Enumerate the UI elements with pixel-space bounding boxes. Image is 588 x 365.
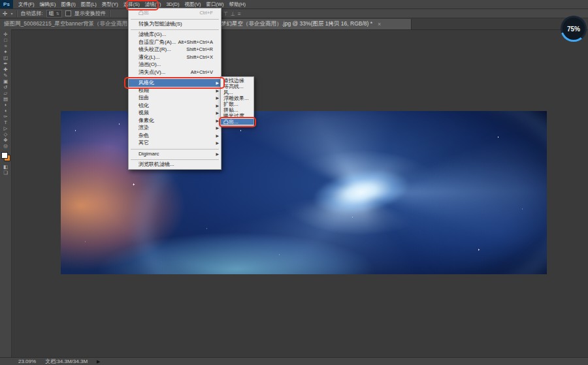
align-icons-group: ⊤ ⊥ ≡ — [223, 9, 241, 18]
filter-menu-item[interactable]: 浏览联机滤镜... ▶ — [129, 161, 221, 168]
filter-menu-item[interactable]: 滤镜库(G)... ▶ — [129, 31, 221, 39]
stylize-submenu-item[interactable]: 浮雕效果... — [221, 95, 253, 101]
shape-tool[interactable]: ◇ — [1, 131, 11, 137]
photoshop-logo-icon[interactable]: Ps — [0, 0, 13, 8]
menu-file[interactable]: 文件(F) — [16, 0, 37, 8]
filter-menu-item-label: 滤镜库(G)... — [139, 31, 166, 38]
filter-menu-item[interactable]: 视频 ▶ — [129, 109, 221, 117]
filter-menu-item-label: 自适应广角(A)... — [139, 39, 176, 46]
submenu-arrow-icon: ▶ — [216, 110, 219, 115]
quick-mask-icon[interactable]: ◧ — [1, 164, 11, 170]
status-menu-arrow-icon[interactable]: ▶ — [97, 359, 100, 364]
filter-menu-item[interactable]: 液化(L)... Shift+Ctrl+X ▶ — [129, 54, 221, 61]
menu-help[interactable]: 帮助(H) — [227, 0, 248, 8]
menu-image[interactable]: 图像(I) — [59, 0, 78, 8]
options-bar: ✛ ▾ 自动选择: 组 ⇅ 显示变换控件 ⊤ ⊥ ≡ — [0, 9, 588, 18]
filter-menu-item-label: 锐化 — [139, 102, 149, 109]
stylize-submenu-item[interactable]: 扩散... — [221, 101, 253, 107]
stylize-submenu-item[interactable]: 曝光过度 — [221, 113, 253, 119]
gradient-tool[interactable]: ▤ — [1, 96, 11, 102]
healing-brush-tool[interactable]: ✚ — [1, 67, 11, 72]
distribute-icon[interactable]: ≡ — [238, 11, 241, 17]
options-separator — [109, 10, 110, 17]
history-brush-tool[interactable]: ↺ — [1, 84, 11, 90]
stylize-submenu-item[interactable]: 风... — [221, 89, 253, 95]
filter-menu-item-label: 油画(O)... — [139, 61, 161, 68]
eraser-tool[interactable]: ▱ — [1, 90, 11, 96]
zoom-tool[interactable]: ◎ — [1, 143, 11, 149]
blur-tool[interactable]: ◗ — [1, 102, 11, 108]
filter-menu-item[interactable]: 像素化 ▶ — [129, 117, 221, 125]
eyedropper-tool[interactable]: ✒ — [1, 61, 11, 67]
auto-select-dropdown[interactable]: 组 ⇅ — [46, 10, 62, 18]
dodge-tool[interactable]: ◖ — [1, 108, 11, 114]
filter-menu-item-shortcut: Alt+Ctrl+V — [191, 69, 217, 75]
stylize-submenu-item[interactable]: 凸出... — [221, 119, 253, 125]
filter-menu-item-label: 凸出 — [139, 9, 149, 16]
pen-tool[interactable]: ✑ — [1, 114, 11, 119]
filter-menu-item[interactable]: 转换为智能滤镜(S) ▶ — [129, 20, 221, 28]
lasso-tool[interactable]: ≈ — [1, 43, 11, 49]
filter-menu-item-label: 风格化 — [139, 79, 154, 86]
submenu-arrow-icon: ▶ — [216, 80, 219, 85]
filter-menu-item-label: 视频 — [139, 109, 149, 116]
marquee-tool[interactable]: □ — [1, 37, 11, 43]
document-tab-1-label: 摄图网_500862215_星空banner背景（非企业商用） — [4, 20, 133, 28]
crop-tool[interactable]: ◰ — [1, 55, 11, 61]
filter-menu-item-label: 消失点(V)... — [139, 69, 165, 76]
filter-menu-item-label: 模糊 — [139, 87, 149, 94]
hand-tool[interactable]: ✥ — [1, 137, 11, 143]
filter-menu-item-label: 浏览联机滤镜... — [139, 161, 174, 168]
filter-menu-item[interactable]: 消失点(V)... Alt+Ctrl+V ▶ — [129, 69, 221, 76]
submenu-arrow-icon: ▶ — [216, 103, 219, 108]
type-tool[interactable]: T — [1, 119, 11, 125]
document-tab-bar: 摄图网_500862215_星空banner背景（非企业商用） 梦幻星空（非企业… — [0, 19, 588, 30]
tool-preset-caret-icon[interactable]: ▾ — [11, 11, 13, 16]
quick-selection-tool[interactable]: ✦ — [1, 49, 11, 55]
document-tab-2[interactable]: 梦幻星空（非企业商用）.jpg @ 33%(图层 1拷贝 16, RGB/8) … — [217, 19, 412, 29]
submenu-arrow-icon: ▶ — [216, 125, 219, 130]
filter-menu-item[interactable]: 自适应广角(A)... Alt+Shift+Ctrl+A ▶ — [129, 39, 221, 46]
move-tool[interactable]: ✛ — [1, 31, 11, 37]
tools-list: ✛□≈✦◰✒✚✎▣↺▱▤◗◖✑T▷◇✥◎ — [1, 31, 11, 149]
filter-menu-item[interactable]: 镜头校正(R)... Shift+Ctrl+R ▶ — [129, 46, 221, 54]
align-bottom-icon[interactable]: ⊥ — [231, 11, 235, 17]
menu-layer[interactable]: 图层(L) — [78, 0, 99, 8]
submenu-arrow-icon: ▶ — [216, 118, 219, 123]
menu-edit[interactable]: 编辑(E) — [37, 0, 59, 8]
submenu-arrow-icon: ▶ — [216, 133, 219, 138]
submenu-arrow-icon: ▶ — [216, 88, 219, 93]
filter-menu-item[interactable]: 油画(O)... ▶ — [129, 61, 221, 69]
zoom-level[interactable]: 23.09% — [18, 358, 36, 364]
filter-menu-item[interactable]: 杂色 ▶ — [129, 132, 221, 140]
filter-menu-item[interactable]: Digimarc ▶ — [129, 150, 221, 158]
tab-close-icon[interactable]: × — [378, 21, 381, 27]
path-selection-tool[interactable]: ▷ — [1, 125, 11, 131]
move-tool-icon[interactable]: ✛ — [3, 10, 8, 17]
auto-select-value: 组 — [49, 10, 54, 17]
filter-menu-item-label: 液化(L)... — [139, 54, 159, 61]
filter-menu-item-shortcut: Ctrl+F — [199, 10, 217, 16]
stylize-submenu-item[interactable]: 等高线... — [221, 84, 253, 89]
menu-type[interactable]: 类型(Y) — [99, 0, 121, 8]
filter-menu-item[interactable]: 扭曲 ▶ — [129, 94, 221, 102]
filter-menu-item[interactable]: 锐化 ▶ — [129, 102, 221, 110]
filter-menu-item[interactable]: 其它 ▶ — [129, 139, 221, 147]
show-transform-checkbox[interactable] — [65, 10, 71, 16]
screen-mode-icon[interactable]: ❏ — [1, 170, 11, 176]
filter-menu-item[interactable]: 风格化 ▶ — [129, 79, 221, 87]
filter-menu-item-label: 像素化 — [139, 117, 154, 124]
stylize-submenu-item[interactable]: 拼贴... — [221, 107, 253, 113]
filter-menu-item[interactable]: 渲染 ▶ — [129, 124, 221, 132]
filter-menu-item[interactable]: 凸出 Ctrl+F ▶ — [129, 9, 221, 17]
foreground-swatch[interactable] — [1, 152, 8, 159]
filter-menu-item-shortcut: Alt+Shift+Ctrl+A — [178, 39, 217, 45]
align-top-icon[interactable]: ⊤ — [223, 11, 228, 17]
stylize-submenu-item[interactable]: 查找边缘 — [221, 78, 253, 84]
brush-tool[interactable]: ✎ — [1, 72, 11, 78]
color-swatches — [1, 152, 10, 161]
filter-menu-item-shortcut: Shift+Ctrl+X — [187, 54, 217, 60]
filter-menu-item-label: 杂色 — [139, 132, 149, 139]
clone-stamp-tool[interactable]: ▣ — [1, 78, 11, 84]
filter-menu-item[interactable]: 模糊 ▶ — [129, 87, 221, 95]
